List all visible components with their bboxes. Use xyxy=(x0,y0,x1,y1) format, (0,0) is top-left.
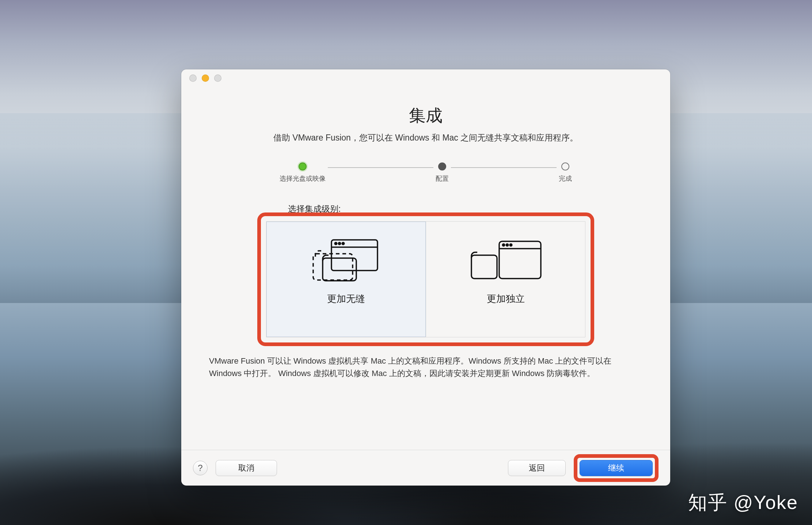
help-icon: ? xyxy=(198,463,202,473)
back-button[interactable]: 返回 xyxy=(508,460,566,476)
step-dot-current-icon xyxy=(438,162,446,170)
step-label: 配置 xyxy=(436,174,449,183)
seamless-icon xyxy=(308,238,384,284)
svg-point-8 xyxy=(502,244,505,246)
minimize-icon[interactable] xyxy=(202,74,209,82)
step-finish: 完成 xyxy=(559,162,572,183)
isolated-icon xyxy=(468,238,544,284)
section-label: 选择集成级别: xyxy=(288,203,670,215)
svg-point-2 xyxy=(335,242,337,245)
continue-button[interactable]: 继续 xyxy=(580,460,653,476)
integration-choice-group: 更加无缝 更加独立 xyxy=(266,221,585,337)
help-button[interactable]: ? xyxy=(193,461,208,475)
choice-seamless-label: 更加无缝 xyxy=(327,292,365,305)
step-label: 完成 xyxy=(559,174,572,183)
cancel-button[interactable]: 取消 xyxy=(216,460,277,476)
titlebar xyxy=(181,69,670,87)
svg-point-4 xyxy=(342,242,344,245)
watermark-credit: 知乎 @Yoke xyxy=(688,490,798,516)
svg-point-10 xyxy=(510,244,512,246)
step-dot-done-icon xyxy=(299,162,307,170)
svg-rect-6 xyxy=(499,241,541,279)
step-configure: 配置 xyxy=(436,162,449,183)
stepper-line xyxy=(328,167,433,168)
page-subtitle: 借助 VMware Fusion，您可以在 Windows 和 Mac 之间无缝… xyxy=(181,132,670,143)
page-title: 集成 xyxy=(181,104,670,127)
close-icon[interactable] xyxy=(189,74,197,82)
step-select-disk: 选择光盘或映像 xyxy=(280,162,326,183)
choice-seamless[interactable]: 更加无缝 xyxy=(266,221,426,337)
progress-stepper: 选择光盘或映像 配置 完成 xyxy=(280,162,572,183)
svg-point-3 xyxy=(338,242,341,245)
choice-isolated-label: 更加独立 xyxy=(487,292,525,305)
stepper-line xyxy=(451,167,557,168)
dialog-footer: ? 取消 返回 继续 xyxy=(181,450,670,486)
annotation-highlight-continue: 继续 xyxy=(574,454,659,482)
choice-isolated[interactable]: 更加独立 xyxy=(426,221,585,337)
maximize-icon[interactable] xyxy=(214,74,221,82)
step-label: 选择光盘或映像 xyxy=(280,174,326,183)
svg-rect-5 xyxy=(323,258,356,281)
installer-window: 集成 借助 VMware Fusion，您可以在 Windows 和 Mac 之… xyxy=(181,69,670,486)
svg-point-9 xyxy=(506,244,508,246)
integration-description: VMware Fusion 可以让 Windows 虚拟机共享 Mac 上的文稿… xyxy=(209,355,642,380)
step-dot-pending-icon xyxy=(561,162,569,170)
svg-rect-11 xyxy=(471,255,497,279)
